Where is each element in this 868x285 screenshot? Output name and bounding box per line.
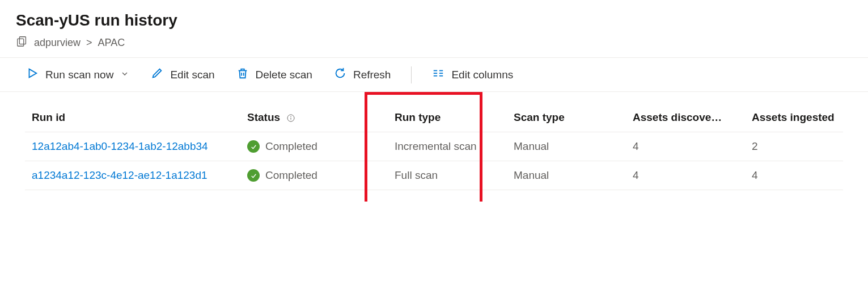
run-scan-label: Run scan now bbox=[45, 69, 113, 81]
play-icon bbox=[26, 67, 39, 82]
assets-ingested-cell: 2 bbox=[745, 132, 843, 161]
edit-scan-label: Edit scan bbox=[170, 69, 214, 81]
run-history-table: Run id Status Run type Scan type Assets … bbox=[25, 103, 843, 190]
copy-icon bbox=[16, 35, 28, 51]
breadcrumb-sep: > bbox=[86, 37, 92, 49]
status-text: Completed bbox=[265, 169, 317, 182]
run-id-link[interactable]: a1234a12-123c-4e12-ae12-1a123d1 bbox=[25, 161, 240, 190]
svg-marker-2 bbox=[29, 69, 37, 78]
run-scan-button[interactable]: Run scan now bbox=[25, 64, 130, 86]
page-title: Scan-yUS run history bbox=[16, 11, 852, 30]
scan-type-cell: Manual bbox=[507, 161, 626, 190]
run-id-link[interactable]: 12a12ab4-1ab0-1234-1ab2-12abb34 bbox=[25, 132, 240, 161]
assets-discovered-cell: 4 bbox=[626, 132, 745, 161]
breadcrumb-leaf: APAC bbox=[98, 37, 125, 49]
assets-discovered-cell: 4 bbox=[626, 161, 745, 190]
edit-columns-label: Edit columns bbox=[451, 69, 513, 81]
status-text: Completed bbox=[265, 140, 317, 153]
svg-rect-0 bbox=[19, 37, 26, 44]
chevron-down-icon bbox=[120, 69, 129, 81]
trash-icon bbox=[236, 67, 249, 82]
check-circle-icon bbox=[247, 140, 260, 153]
assets-ingested-cell: 4 bbox=[745, 161, 843, 190]
refresh-button[interactable]: Refresh bbox=[333, 64, 392, 86]
svg-rect-1 bbox=[18, 39, 24, 46]
delete-scan-label: Delete scan bbox=[256, 69, 312, 81]
col-run-id[interactable]: Run id bbox=[25, 103, 240, 132]
run-type-cell: Full scan bbox=[388, 161, 507, 190]
pencil-icon bbox=[151, 67, 163, 82]
delete-scan-button[interactable]: Delete scan bbox=[235, 64, 314, 86]
col-status[interactable]: Status bbox=[240, 103, 388, 132]
breadcrumb: adpurview > APAC bbox=[16, 35, 852, 51]
refresh-icon bbox=[334, 67, 346, 82]
col-scan-type[interactable]: Scan type bbox=[507, 103, 626, 132]
edit-scan-button[interactable]: Edit scan bbox=[150, 64, 215, 86]
col-assets-ingested[interactable]: Assets ingested bbox=[745, 103, 843, 132]
table-row: a1234a12-123c-4e12-ae12-1a123d1 Complete… bbox=[25, 161, 843, 190]
scan-type-cell: Manual bbox=[507, 132, 626, 161]
edit-columns-button[interactable]: Edit columns bbox=[431, 64, 514, 86]
info-icon[interactable] bbox=[286, 114, 295, 123]
columns-icon bbox=[432, 67, 444, 82]
toolbar-divider bbox=[411, 66, 412, 83]
toolbar: Run scan now Edit scan Delete scan bbox=[0, 58, 868, 91]
svg-point-11 bbox=[291, 116, 291, 117]
col-run-type[interactable]: Run type bbox=[388, 103, 507, 132]
check-circle-icon bbox=[247, 169, 260, 182]
refresh-label: Refresh bbox=[353, 69, 391, 81]
breadcrumb-root[interactable]: adpurview bbox=[34, 37, 81, 49]
col-assets-discovered[interactable]: Assets discove… bbox=[626, 103, 745, 132]
col-status-label: Status bbox=[247, 111, 280, 123]
table-row: 12a12ab4-1ab0-1234-1ab2-12abb34 Complete… bbox=[25, 132, 843, 161]
run-type-cell: Incremental scan bbox=[388, 132, 507, 161]
